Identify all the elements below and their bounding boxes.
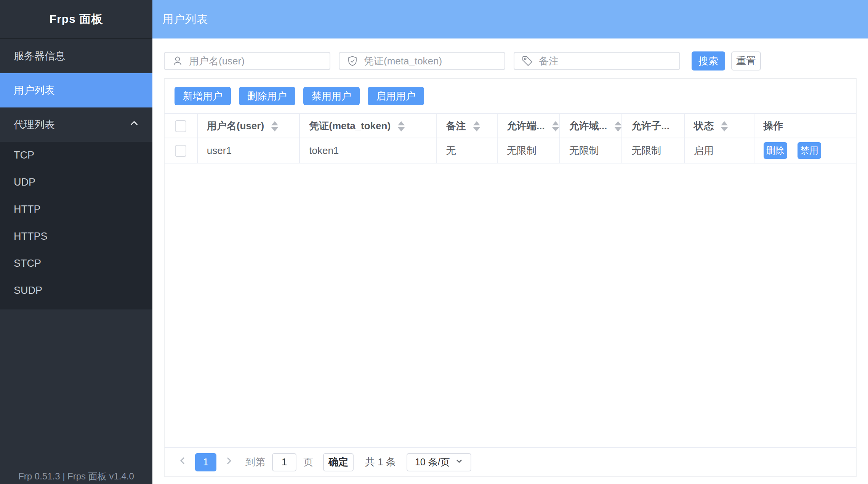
cell-note: 无	[436, 138, 497, 163]
content: 搜索 重置 新增用户 删除用户 禁用用户 启用用户	[152, 38, 868, 484]
col-label: 凭证(meta_token)	[309, 120, 391, 131]
col-label: 操作	[764, 120, 783, 131]
user-icon	[171, 55, 184, 67]
sidebar-item-https[interactable]: HTTPS	[0, 223, 152, 250]
col-label: 状态	[694, 120, 714, 131]
sidebar-menu: 服务器信息 用户列表 代理列表 TCP UDP HTTP HTTPS	[0, 39, 152, 309]
sidebar-item-label: STCP	[14, 258, 41, 269]
sidebar-item-label: 代理列表	[14, 118, 55, 131]
table-row: user1 token1 无 无限制 无限制 无限制 启用 删除 禁用	[165, 138, 856, 163]
page-size-value: 10 条/页	[415, 456, 450, 468]
cell-allow-domains: 无限制	[560, 138, 622, 163]
page-title: 用户列表	[162, 12, 208, 27]
row-disable-button[interactable]: 禁用	[798, 142, 821, 159]
user-table-panel: 新增用户 删除用户 禁用用户 启用用户 用户	[164, 78, 857, 477]
col-label: 允许子...	[631, 120, 669, 131]
sidebar-item-tcp[interactable]: TCP	[0, 142, 152, 169]
col-allow-subdomains[interactable]: 允许子...	[622, 114, 684, 138]
sidebar-item-udp[interactable]: UDP	[0, 169, 152, 196]
jump-suffix-label: 页	[303, 455, 313, 469]
username-search-input[interactable]	[189, 55, 323, 67]
sidebar-item-label: HTTP	[14, 204, 41, 215]
note-search-field[interactable]	[514, 52, 680, 70]
sidebar-item-label: 用户列表	[14, 83, 55, 97]
app-title: Frps 面板	[0, 0, 152, 39]
next-page-icon[interactable]	[223, 455, 235, 469]
delete-user-button[interactable]: 删除用户	[239, 87, 295, 105]
page-number-button[interactable]: 1	[195, 453, 216, 471]
sidebar-item-http[interactable]: HTTP	[0, 196, 152, 223]
col-username[interactable]: 用户名(user)	[197, 114, 299, 138]
jump-confirm-button[interactable]: 确定	[323, 453, 354, 471]
chevron-up-icon	[129, 118, 139, 131]
cell-allow-subdomains: 无限制	[622, 138, 684, 163]
col-token[interactable]: 凭证(meta_token)	[299, 114, 436, 138]
chevron-down-icon	[455, 457, 464, 468]
total-count-label: 共 1 条	[365, 455, 396, 469]
table-empty-space	[165, 163, 856, 447]
sidebar-item-label: UDP	[14, 176, 35, 188]
username-search-field[interactable]	[164, 52, 330, 70]
sort-caret-icon[interactable]	[271, 121, 278, 131]
sidebar-item-stcp[interactable]: STCP	[0, 250, 152, 277]
cell-status: 启用	[684, 138, 754, 163]
select-all-checkbox[interactable]	[175, 120, 186, 132]
sidebar-item-label: SUDP	[14, 285, 42, 296]
page-size-select[interactable]: 10 条/页	[407, 453, 471, 471]
sidebar-item-label: 服务器信息	[14, 49, 65, 63]
sort-caret-icon[interactable]	[721, 121, 728, 131]
sort-caret-icon[interactable]	[473, 121, 480, 131]
token-search-field[interactable]	[339, 52, 505, 70]
sort-caret-icon[interactable]	[615, 121, 621, 131]
note-search-input[interactable]	[539, 55, 673, 67]
table-header-row: 用户名(user) 凭证(meta_token) 备注 允许端...	[165, 114, 856, 138]
shield-check-icon	[346, 55, 359, 67]
token-search-input[interactable]	[364, 55, 498, 67]
row-checkbox[interactable]	[175, 145, 186, 157]
sort-caret-icon[interactable]	[398, 121, 405, 131]
col-note[interactable]: 备注	[436, 114, 497, 138]
col-actions: 操作	[754, 114, 856, 138]
sort-caret-icon[interactable]	[552, 121, 559, 131]
jump-prefix-label: 到第	[245, 455, 265, 469]
tag-icon	[521, 55, 533, 67]
sidebar-item-user-list[interactable]: 用户列表	[0, 73, 152, 107]
cell-username: user1	[197, 138, 299, 163]
search-button[interactable]: 搜索	[692, 51, 725, 71]
cell-actions: 删除 禁用	[754, 138, 856, 163]
sidebar-item-sudp[interactable]: SUDP	[0, 277, 152, 304]
page-jump-input[interactable]	[272, 453, 296, 471]
sidebar-item-proxy-list[interactable]: 代理列表	[0, 107, 152, 142]
proxy-submenu: TCP UDP HTTP HTTPS STCP SUDP	[0, 142, 152, 309]
reset-button[interactable]: 重置	[731, 51, 761, 71]
enable-user-button[interactable]: 启用用户	[368, 87, 424, 105]
table-toolbar: 新增用户 删除用户 禁用用户 启用用户	[165, 79, 856, 113]
col-label: 用户名(user)	[207, 120, 264, 131]
search-row: 搜索 重置	[164, 51, 857, 71]
topbar: 用户列表	[152, 0, 868, 38]
sidebar: Frps 面板 服务器信息 用户列表 代理列表 TCP UDP HTTP HTT	[0, 0, 152, 484]
disable-user-button[interactable]: 禁用用户	[303, 87, 360, 105]
col-allow-domains[interactable]: 允许域...	[560, 114, 622, 138]
cell-token: token1	[299, 138, 436, 163]
cell-allow-ports: 无限制	[497, 138, 560, 163]
col-label: 允许端...	[507, 120, 545, 131]
col-label: 备注	[446, 120, 466, 131]
pagination: 1 到第 页 确定 共 1 条 10 条/页	[165, 447, 856, 476]
col-status[interactable]: 状态	[684, 114, 754, 138]
sidebar-item-server-info[interactable]: 服务器信息	[0, 39, 152, 73]
row-delete-button[interactable]: 删除	[764, 142, 787, 159]
select-all-cell	[165, 114, 197, 138]
row-select-cell	[165, 138, 197, 163]
add-user-button[interactable]: 新增用户	[175, 87, 231, 105]
version-footer: Frp 0.51.3 | Frps 面板 v1.4.0	[0, 470, 152, 482]
col-allow-ports[interactable]: 允许端...	[497, 114, 560, 138]
sidebar-item-label: HTTPS	[14, 231, 48, 242]
prev-page-icon[interactable]	[177, 455, 188, 469]
main-area: 用户列表 搜索 重置	[152, 0, 868, 484]
col-label: 允许域...	[569, 120, 607, 131]
user-table: 用户名(user) 凭证(meta_token) 备注 允许端...	[165, 113, 856, 163]
sidebar-item-label: TCP	[14, 149, 34, 161]
